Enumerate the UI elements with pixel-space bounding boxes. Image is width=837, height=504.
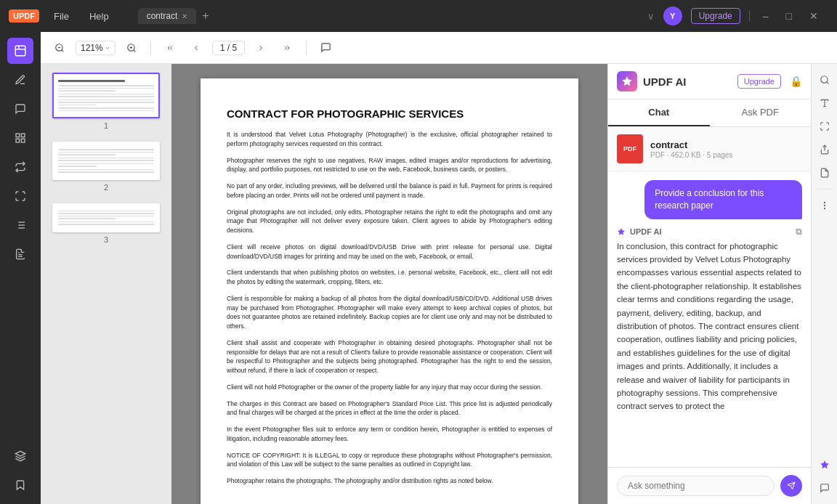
user-avatar[interactable]: Y xyxy=(663,7,682,25)
divider-2 xyxy=(306,41,307,55)
menu-file[interactable]: File xyxy=(48,8,75,25)
sidebar-icon-convert[interactable] xyxy=(7,154,33,180)
thumbnail-2[interactable]: 2 xyxy=(49,142,163,192)
tab-ask-pdf[interactable]: Ask PDF xyxy=(710,99,812,126)
ai-tabs: Chat Ask PDF xyxy=(608,99,811,127)
svg-point-31 xyxy=(824,205,825,206)
collapse-button[interactable]: ∨ xyxy=(647,11,655,22)
doc-para-11: NOTICE OF COPYRIGHT: It is ILLEGAL to co… xyxy=(227,451,552,470)
zoom-out-button[interactable] xyxy=(49,38,70,58)
ai-response-text: In conclusion, this contract for photogr… xyxy=(617,240,802,413)
right-share-icon[interactable] xyxy=(814,139,835,160)
thumb-page-num-1: 1 xyxy=(104,121,108,130)
thumb-page-num-2: 2 xyxy=(104,183,108,192)
svg-point-32 xyxy=(824,208,825,209)
upgrade-button-ai[interactable]: Upgrade xyxy=(737,74,781,89)
toolbar: 121% 1 / 5 xyxy=(41,32,837,64)
copy-icon[interactable]: ⧉ xyxy=(796,227,802,237)
svg-point-25 xyxy=(820,76,827,83)
chat-input[interactable] xyxy=(617,476,775,496)
sidebar-icon-edit[interactable] xyxy=(7,38,33,64)
thumb-image-1 xyxy=(52,73,160,118)
doc-para-8: Client will not hold Photographer or the… xyxy=(227,383,552,392)
right-chat-icon[interactable] xyxy=(814,478,835,498)
doc-para-6: Client is responsible for making a backu… xyxy=(227,294,552,331)
sidebar-icon-comment[interactable] xyxy=(7,96,33,122)
lock-icon[interactable]: 🔒 xyxy=(790,76,802,87)
svg-rect-6 xyxy=(21,139,25,142)
comment-button[interactable] xyxy=(315,38,336,58)
thumb-image-3 xyxy=(52,203,160,232)
zoom-display[interactable]: 121% xyxy=(76,41,116,55)
right-ai-icon[interactable] xyxy=(814,455,835,475)
doc-para-9: The charges in this Contract are based o… xyxy=(227,399,552,418)
menu-help[interactable]: Help xyxy=(84,8,115,25)
sidebar-icon-sign[interactable] xyxy=(7,241,33,267)
svg-point-30 xyxy=(824,202,825,203)
ai-response-logo-icon xyxy=(617,227,626,236)
right-divider xyxy=(816,189,833,190)
ai-panel-header: UPDF AI Upgrade 🔒 xyxy=(608,64,811,99)
minimize-button[interactable]: – xyxy=(759,10,773,22)
svg-rect-4 xyxy=(21,134,25,137)
document-viewer[interactable]: CONTRACT FOR PHOTOGRAPHIC SERVICES It is… xyxy=(171,64,607,504)
zoom-value: 121% xyxy=(81,43,103,53)
sidebar-icon-annotate[interactable] xyxy=(7,67,33,93)
right-export-icon[interactable] xyxy=(814,163,835,183)
file-size: 462.0 KB xyxy=(671,151,700,159)
sidebar-icon-layers[interactable] xyxy=(7,443,33,469)
file-meta: PDF · 462.0 KB · 5 pages xyxy=(650,151,802,159)
send-button[interactable] xyxy=(780,475,802,497)
user-message-bubble: Provide a conclusion for this research p… xyxy=(644,180,802,219)
sidebar-icon-compress[interactable] xyxy=(7,183,33,209)
doc-para-2: No part of any order, including previews… xyxy=(227,182,552,200)
page-display[interactable]: 1 / 5 xyxy=(212,41,245,55)
ai-response-label: UPDF AI xyxy=(630,227,662,236)
doc-para-5: Client understands that when publishing … xyxy=(227,268,552,287)
doc-para-3: Original photographs are not included, o… xyxy=(227,208,552,235)
right-more-icon[interactable] xyxy=(814,195,835,216)
maximize-button[interactable]: □ xyxy=(782,10,796,22)
thumbnail-3[interactable]: 3 xyxy=(49,203,163,244)
file-icon: PDF xyxy=(617,134,643,163)
thumb-page-num-3: 3 xyxy=(104,235,108,244)
titlebar: UPDF File Help contract ✕ + ∨ Y Upgrade … xyxy=(0,0,837,32)
add-tab-button[interactable]: + xyxy=(202,9,209,23)
thumb-image-2 xyxy=(52,142,160,180)
document-tab[interactable]: contract ✕ xyxy=(138,8,197,24)
file-type: PDF xyxy=(650,151,665,159)
doc-para-1: Photographer reserves the right to use n… xyxy=(227,156,552,175)
svg-rect-5 xyxy=(16,139,20,142)
sidebar-icon-form[interactable] xyxy=(7,212,33,238)
upgrade-button-top[interactable]: Upgrade xyxy=(691,8,740,24)
svg-line-17 xyxy=(62,49,64,52)
ai-response-header: UPDF AI ⧉ xyxy=(617,227,802,237)
sidebar-icon-organize[interactable] xyxy=(7,125,33,151)
file-type-label: PDF xyxy=(623,145,636,153)
right-sidebar xyxy=(811,64,837,504)
svg-line-26 xyxy=(826,82,828,84)
nav-last-button[interactable] xyxy=(277,38,297,58)
divider-1 xyxy=(150,41,151,55)
close-button[interactable]: ✕ xyxy=(805,10,822,22)
sidebar-icon-bookmark[interactable] xyxy=(7,472,33,498)
right-search-icon[interactable] xyxy=(814,70,835,90)
right-text-icon[interactable] xyxy=(814,93,835,113)
page-total: 5 xyxy=(232,43,237,53)
nav-prev-button[interactable] xyxy=(186,38,206,58)
svg-marker-15 xyxy=(15,451,25,456)
doc-para-10: In the event Photographer files suit to … xyxy=(227,425,552,444)
ai-response: UPDF AI ⧉ In conclusion, this contract f… xyxy=(617,227,802,413)
zoom-in-button[interactable] xyxy=(121,38,142,58)
right-scan-icon[interactable] xyxy=(814,116,835,137)
tab-close[interactable]: ✕ xyxy=(182,12,187,20)
svg-rect-3 xyxy=(16,134,20,137)
nav-first-button[interactable] xyxy=(160,38,180,58)
file-pages: 5 pages xyxy=(707,151,733,159)
thumbnail-1[interactable]: 1 xyxy=(49,73,163,130)
file-name: contract xyxy=(650,139,802,150)
main-layout: 121% 1 / 5 xyxy=(0,32,837,504)
tab-chat[interactable]: Chat xyxy=(608,99,710,126)
chat-messages[interactable]: Provide a conclusion for this research p… xyxy=(608,171,811,467)
nav-next-button[interactable] xyxy=(251,38,271,58)
